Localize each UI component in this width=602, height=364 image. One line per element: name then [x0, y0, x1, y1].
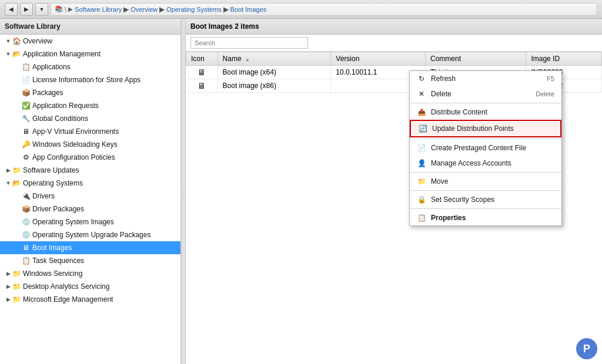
- sidebar-item-desktop-analytics[interactable]: ▶📁Desktop Analytics Servicing: [0, 280, 180, 293]
- breadcrumb-item-1[interactable]: Overview: [131, 6, 158, 13]
- col-version[interactable]: Version: [331, 52, 426, 66]
- tree-container: ▼🏠Overview▼📂Application Management📋Appli…: [0, 35, 180, 306]
- breadcrumb-item-3[interactable]: Boot Images: [230, 6, 267, 13]
- ctx-item-properties[interactable]: 📋Properties: [410, 210, 561, 225]
- sidebar-item-task-seq[interactable]: 📋Task Sequences: [0, 254, 180, 267]
- tree-label-task-seq: Task Sequences: [32, 257, 84, 265]
- sort-arrow-name: ▲: [245, 57, 250, 62]
- sidebar-item-ms-edge[interactable]: ▶📁Microsoft Edge Management: [0, 293, 180, 306]
- tree-label-os-images: Operating System Images: [32, 218, 114, 226]
- ctx-item-set-security[interactable]: 🔒Set Security Scopes: [410, 192, 561, 207]
- ctx-icon-refresh: ↻: [417, 74, 426, 83]
- watermark: P: [576, 338, 597, 359]
- expand-arrow-license-info: [14, 76, 21, 83]
- content-area: Boot Images 2 items Icon Name ▲ Version …: [186, 19, 602, 364]
- tree-icon-os-upgrade: 💿: [21, 230, 31, 240]
- sidebar-item-driver-packages[interactable]: 📦Driver Packages: [0, 203, 180, 215]
- sidebar-item-win-servicing[interactable]: ▶📁Windows Servicing: [0, 267, 180, 280]
- ctx-icon-update-dist: 🔄: [418, 124, 427, 133]
- ctx-label-update-dist: Update Distribution Points: [432, 124, 553, 133]
- sidebar: Software Library ▼🏠Overview▼📂Application…: [0, 19, 181, 364]
- ctx-label-distribute: Distribute Content: [431, 108, 554, 116]
- ctx-item-create-prestaged[interactable]: 📄Create Prestaged Content File: [410, 140, 561, 156]
- sidebar-item-app-mgmt[interactable]: ▼📂Application Management: [0, 48, 180, 60]
- ctx-item-move[interactable]: 📁Move: [410, 174, 561, 189]
- context-menu: ↻RefreshF5✕DeleteDelete📤Distribute Conte…: [409, 70, 562, 226]
- sidebar-item-appv-virtual[interactable]: 🖥App-V Virtual Environments: [0, 125, 180, 138]
- search-input[interactable]: [190, 37, 308, 49]
- ctx-label-properties: Properties: [431, 214, 554, 222]
- tree-label-drivers: Drivers: [32, 192, 55, 200]
- tree-label-boot-images: Boot Images: [32, 244, 72, 252]
- resize-handle[interactable]: ···: [181, 19, 186, 364]
- sidebar-item-operating-systems[interactable]: ▼📂Operating Systems: [0, 177, 180, 190]
- boot-icon: 🖥: [198, 68, 206, 77]
- tree-icon-driver-packages: 📦: [21, 204, 31, 214]
- expand-arrow-overview: ▼: [5, 38, 12, 45]
- breadcrumb-item-2[interactable]: Operating Systems: [166, 6, 222, 13]
- sidebar-item-applications[interactable]: 📋Applications: [0, 60, 180, 73]
- expand-arrow-operating-systems: ▼: [5, 180, 12, 187]
- expand-arrow-win-sideload: [14, 141, 21, 148]
- ctx-separator: [410, 190, 561, 191]
- ctx-separator: [410, 103, 561, 103]
- sidebar-item-app-requests[interactable]: ✅Application Requests: [0, 99, 180, 112]
- breadcrumb-sep-2: ▶: [159, 5, 165, 14]
- ctx-separator: [410, 208, 561, 209]
- forward-button[interactable]: ▶: [20, 3, 33, 16]
- ctx-item-refresh[interactable]: ↻RefreshF5: [410, 71, 561, 86]
- sidebar-item-overview[interactable]: ▼🏠Overview: [0, 35, 180, 48]
- main-container: Software Library ▼🏠Overview▼📂Application…: [0, 19, 602, 364]
- toolbar: ◀ ▶ ▼ 📚 \ ▶ Software Library ▶ Overview …: [0, 0, 602, 19]
- sidebar-item-packages[interactable]: 📦Packages: [0, 86, 180, 99]
- ctx-label-refresh: Refresh: [431, 75, 542, 83]
- tree-label-win-servicing: Windows Servicing: [23, 269, 82, 278]
- ctx-item-update-dist[interactable]: 🔄Update Distribution Points: [410, 120, 561, 137]
- tree-label-global-conditions: Global Conditions: [32, 114, 88, 123]
- table-header-row: Icon Name ▲ Version Comment Image ID: [186, 52, 602, 66]
- ctx-item-delete[interactable]: ✕DeleteDelete: [410, 86, 561, 102]
- content-header: Boot Images 2 items: [186, 19, 602, 35]
- col-imageid[interactable]: Image ID: [526, 52, 602, 66]
- breadcrumb-item-0[interactable]: Software Library: [75, 6, 122, 13]
- tree-icon-drivers: 🔌: [21, 191, 31, 201]
- breadcrumb: 📚 \ ▶ Software Library ▶ Overview ▶ Oper…: [51, 3, 597, 16]
- col-name[interactable]: Name ▲: [218, 52, 331, 66]
- col-comment[interactable]: Comment: [426, 52, 526, 66]
- ctx-label-delete: Delete: [431, 90, 531, 98]
- col-icon[interactable]: Icon: [186, 52, 218, 66]
- ctx-label-manage-access: Manage Access Accounts: [431, 159, 554, 167]
- sidebar-item-software-updates[interactable]: ▶📁Software Updates: [0, 164, 180, 177]
- tree-label-ms-edge: Microsoft Edge Management: [23, 295, 113, 304]
- back-button[interactable]: ◀: [5, 3, 18, 16]
- expand-arrow-task-seq: [14, 257, 21, 264]
- menu-button[interactable]: ▼: [35, 3, 48, 16]
- ctx-icon-manage-access: 👤: [417, 159, 426, 168]
- sidebar-item-win-sideload[interactable]: 🔑Windows Sideloading Keys: [0, 138, 180, 151]
- tree-icon-software-updates: 📁: [12, 166, 21, 175]
- sidebar-item-boot-images[interactable]: 🖥Boot Images: [0, 241, 180, 254]
- sidebar-item-license-info[interactable]: 📄License Information for Store Apps: [0, 73, 180, 86]
- ctx-shortcut-refresh: F5: [547, 75, 554, 82]
- expand-arrow-applications: [14, 63, 21, 70]
- sidebar-item-os-images[interactable]: 💿Operating System Images: [0, 215, 180, 228]
- tree-label-software-updates: Software Updates: [23, 166, 79, 174]
- sidebar-item-drivers[interactable]: 🔌Drivers: [0, 190, 180, 203]
- tree-icon-win-sideload: 🔑: [21, 140, 31, 149]
- sidebar-title: Software Library: [0, 19, 180, 35]
- search-bar: [186, 35, 602, 52]
- tree-icon-operating-systems: 📂: [12, 178, 21, 188]
- breadcrumb-root-icon: 📚: [55, 5, 63, 13]
- sidebar-item-app-config[interactable]: ⚙App Configuration Policies: [0, 151, 180, 164]
- ctx-icon-create-prestaged: 📄: [417, 143, 426, 153]
- sidebar-item-os-upgrade[interactable]: 💿Operating System Upgrade Packages: [0, 228, 180, 241]
- expand-arrow-app-config: [14, 154, 21, 161]
- ctx-item-distribute[interactable]: 📤Distribute Content: [410, 105, 561, 120]
- tree-icon-global-conditions: 🔧: [21, 114, 31, 123]
- breadcrumb-sep-0: \: [65, 6, 66, 13]
- ctx-item-manage-access[interactable]: 👤Manage Access Accounts: [410, 156, 561, 171]
- ctx-icon-delete: ✕: [417, 89, 426, 99]
- sidebar-item-global-conditions[interactable]: 🔧Global Conditions: [0, 112, 180, 125]
- expand-arrow-packages: [14, 89, 21, 96]
- ctx-label-move: Move: [431, 177, 554, 186]
